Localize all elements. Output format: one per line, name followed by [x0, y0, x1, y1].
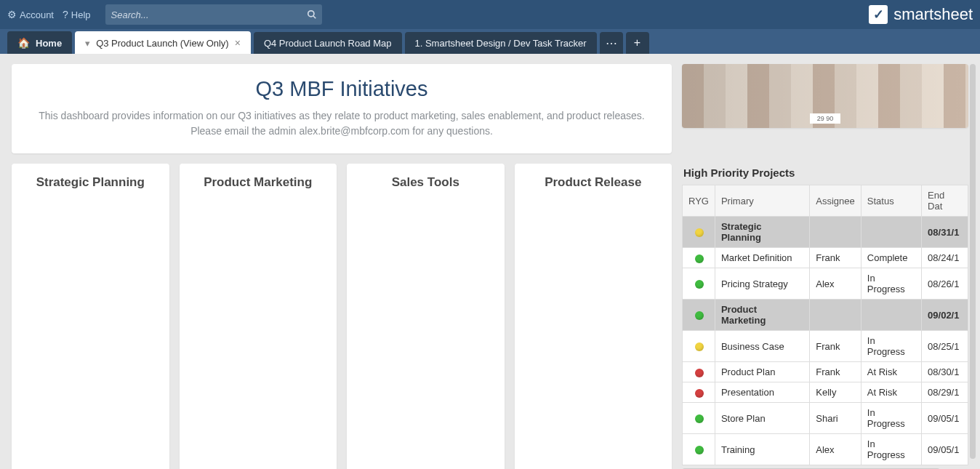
- tab-home[interactable]: 🏠Home: [7, 31, 72, 54]
- search-wrap: [105, 4, 322, 25]
- help-icon: ?: [63, 9, 68, 20]
- account-link[interactable]: ⚙Account: [7, 9, 54, 20]
- ryg-red-icon: [695, 369, 704, 377]
- ryg-red-icon: [695, 389, 704, 398]
- search-button[interactable]: [302, 4, 322, 25]
- hpp-table: RYG Primary Assignee Status End Dat Stra…: [682, 185, 968, 465]
- ryg-yellow-icon: [695, 228, 704, 237]
- dropdown-icon: ▾: [85, 38, 90, 49]
- col-primary[interactable]: Primary: [715, 185, 809, 217]
- category-sales-tools: Sales Tools: [347, 164, 505, 469]
- workspace: Q3 MBF Initiatives This dashboard provid…: [0, 54, 980, 469]
- category-strategic-planning: Strategic Planning: [12, 164, 169, 469]
- hpp-title: High Priority Projects: [682, 164, 968, 185]
- ryg-green-icon: [695, 254, 704, 263]
- image-tag: 29 90: [810, 113, 841, 124]
- tab-q3-product-launch[interactable]: ▾Q3 Product Launch (View Only)×: [75, 31, 251, 54]
- page-subtitle: This dashboard provides information on o…: [33, 108, 650, 139]
- svg-line-1: [313, 16, 316, 19]
- ryg-green-icon: [695, 414, 704, 423]
- table-row[interactable]: Market DefinitionFrankComplete08/24/1: [683, 248, 968, 268]
- svg-point-0: [308, 11, 313, 17]
- search-input[interactable]: [105, 4, 302, 25]
- col-ryg[interactable]: RYG: [683, 185, 715, 217]
- page-title: Q3 MBF Initiatives: [33, 77, 650, 101]
- table-row[interactable]: Business CaseFrankIn Progress08/25/1: [683, 331, 968, 362]
- header-image: 29 90: [682, 64, 968, 128]
- table-row[interactable]: Product Marketing09/02/1: [683, 300, 968, 331]
- category-product-release: Product Release: [515, 164, 672, 469]
- logo-text: smartsheet: [893, 5, 973, 24]
- ryg-green-icon: [695, 280, 704, 289]
- logo: ✓ smartsheet: [869, 5, 973, 24]
- gear-icon: ⚙: [7, 9, 17, 20]
- tab-q4-roadmap[interactable]: Q4 Product Launch Road Map: [254, 32, 402, 54]
- col-assignee[interactable]: Assignee: [810, 185, 861, 217]
- close-icon[interactable]: ×: [235, 37, 241, 49]
- high-priority-projects: High Priority Projects RYG Primary Assig…: [682, 164, 968, 469]
- tab-bar: 🏠Home ▾Q3 Product Launch (View Only)× Q4…: [0, 29, 980, 54]
- table-row[interactable]: TrainingAlexIn Progress09/05/1: [683, 434, 968, 465]
- table-row[interactable]: Strategic Planning08/31/1: [683, 217, 968, 248]
- search-icon: [307, 9, 317, 20]
- table-row[interactable]: PresentationKellyAt Risk08/29/1: [683, 382, 968, 403]
- ryg-green-icon: [695, 446, 704, 454]
- table-row[interactable]: Pricing StrategyAlexIn Progress08/26/1: [683, 268, 968, 300]
- tab-add-button[interactable]: +: [626, 32, 649, 54]
- col-end[interactable]: End Dat: [922, 185, 968, 217]
- ryg-yellow-icon: [695, 342, 704, 351]
- home-icon: 🏠: [17, 37, 30, 49]
- table-row[interactable]: Store PlanShariIn Progress09/05/1: [683, 403, 968, 434]
- logo-check-icon: ✓: [869, 5, 888, 24]
- category-product-marketing: Product Marketing: [180, 164, 337, 469]
- tab-more-button[interactable]: ⋯: [600, 32, 623, 54]
- ryg-green-icon: [695, 311, 704, 320]
- col-status[interactable]: Status: [861, 185, 921, 217]
- top-bar: ⚙Account ?Help ✓ smartsheet: [0, 0, 980, 29]
- header-card: Q3 MBF Initiatives This dashboard provid…: [12, 64, 672, 153]
- table-row[interactable]: Product PlanFrankAt Risk08/30/1: [683, 362, 968, 382]
- tab-design-dev-tracker[interactable]: 1. Smartsheet Design / Dev Task Tracker: [405, 32, 597, 54]
- help-link[interactable]: ?Help: [63, 9, 91, 20]
